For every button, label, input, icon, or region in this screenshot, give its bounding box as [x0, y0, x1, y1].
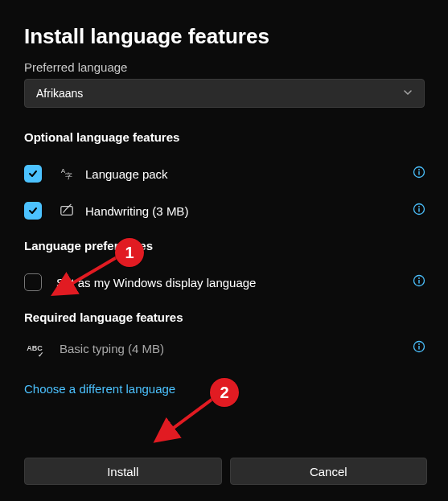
svg-rect-14 — [418, 346, 419, 350]
info-icon[interactable] — [413, 274, 425, 290]
language-preferences-header: Language preferences — [24, 239, 427, 253]
svg-point-7 — [418, 206, 420, 207]
cancel-button[interactable]: Cancel — [230, 458, 428, 485]
optional-features-header: Optional language features — [24, 130, 427, 144]
handwriting-checkbox[interactable] — [24, 202, 42, 220]
svg-rect-8 — [418, 208, 419, 212]
info-icon[interactable] — [413, 166, 425, 182]
dropdown-value: Afrikaans — [36, 87, 83, 100]
annotation-badge-1: 1 — [115, 238, 144, 267]
required-features-header: Required language features — [24, 310, 427, 324]
svg-point-10 — [418, 277, 420, 279]
preferred-language-dropdown[interactable]: Afrikaans — [24, 79, 425, 108]
language-pack-checkbox[interactable] — [24, 165, 42, 183]
handwriting-row: Handwriting (3 MB) — [24, 192, 427, 229]
preferred-language-label: Preferred language — [24, 60, 427, 74]
dialog-buttons: Install Cancel — [24, 458, 427, 485]
svg-rect-5 — [61, 207, 72, 216]
svg-rect-4 — [418, 171, 419, 175]
chevron-down-icon — [403, 87, 413, 100]
svg-point-13 — [418, 343, 420, 345]
svg-text:字: 字 — [65, 172, 72, 180]
language-pack-icon: A 字 — [56, 166, 77, 181]
info-icon[interactable] — [413, 203, 425, 219]
choose-different-language-link[interactable]: Choose a different language — [24, 382, 175, 396]
set-display-language-row: Set as my Windows display language — [24, 264, 427, 301]
basic-typing-icon: ABC — [24, 345, 45, 352]
set-display-language-checkbox[interactable] — [24, 273, 42, 291]
info-icon[interactable] — [413, 340, 425, 356]
basic-typing-row: ABC Basic typing (4 MB) — [24, 335, 427, 361]
svg-point-3 — [418, 169, 420, 170]
language-pack-row: A 字 Language pack — [24, 155, 427, 192]
handwriting-label: Handwriting (3 MB) — [85, 204, 188, 218]
basic-typing-label: Basic typing (4 MB) — [60, 342, 164, 355]
svg-rect-11 — [418, 280, 419, 284]
install-language-dialog: Install language features Preferred lang… — [0, 0, 448, 501]
annotation-badge-2: 2 — [210, 378, 239, 407]
handwriting-icon — [56, 203, 77, 218]
install-button[interactable]: Install — [24, 458, 222, 485]
dialog-title: Install language features — [24, 24, 427, 49]
language-pack-label: Language pack — [85, 167, 168, 181]
set-display-language-label: Set as my Windows display language — [56, 276, 256, 290]
